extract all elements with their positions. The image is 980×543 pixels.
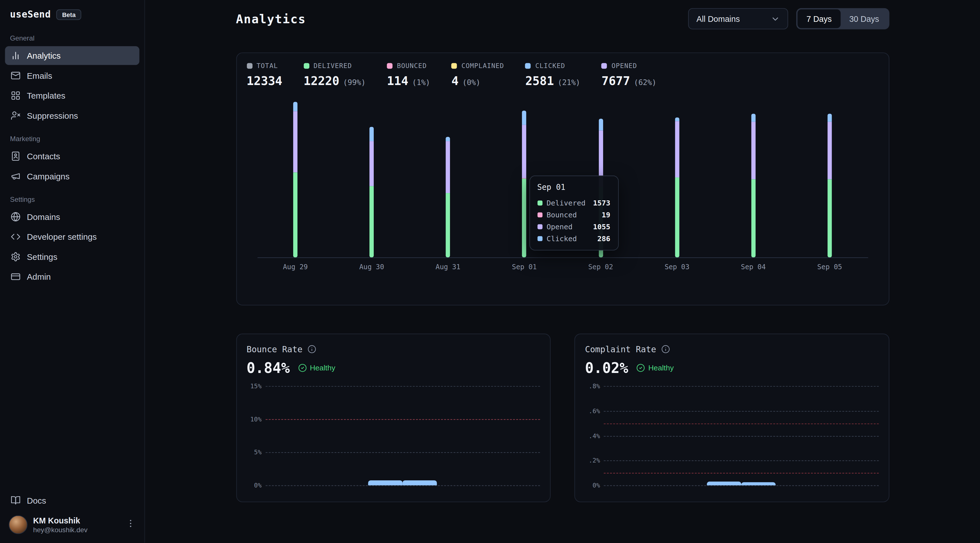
sidebar-item-analytics[interactable]: Analytics [5, 46, 140, 65]
sidebar-item-suppressions[interactable]: Suppressions [5, 106, 140, 125]
info-icon[interactable] [661, 345, 670, 354]
check-circle-icon [298, 364, 307, 372]
segment-opened [522, 125, 526, 178]
complaint-chart: .8%.6%.4%.2%0% [585, 386, 878, 491]
tooltip-value: 286 [597, 234, 610, 243]
chart-column-aug-29[interactable] [257, 98, 334, 257]
x-axis-label: Aug 30 [334, 258, 410, 271]
header-controls: All Domains 7 Days 30 Days [688, 8, 889, 30]
tooltip-row: Delivered1573 [537, 197, 610, 209]
sidebar-item-label: Emails [27, 71, 52, 80]
chart-column-sep-05[interactable] [791, 98, 868, 257]
user-email: hey@koushik.dev [33, 526, 88, 533]
y-tick-label: .6% [585, 408, 600, 414]
x-axis-label: Sep 04 [715, 258, 791, 271]
segment-opened [293, 111, 298, 173]
sidebar-item-docs[interactable]: Docs [5, 491, 140, 510]
gear-icon [11, 252, 21, 262]
section-label-marketing: Marketing [5, 125, 140, 146]
contact-book-icon [11, 151, 21, 161]
tooltip-label: Clicked [546, 234, 577, 243]
chart-tooltip: Sep 01 Delivered1573Bounced19Opened1055C… [529, 175, 619, 250]
id-card-icon [11, 272, 21, 282]
mail-icon [11, 71, 21, 81]
info-icon[interactable] [307, 345, 316, 354]
range-7-days-button[interactable]: 7 Days [798, 10, 840, 28]
sidebar-item-campaigns[interactable]: Campaigns [5, 167, 140, 185]
range-30-days-button[interactable]: 30 Days [840, 10, 888, 28]
check-circle-icon [636, 364, 645, 372]
segment-opened [675, 121, 679, 177]
rate-bar-sep-01[interactable] [368, 480, 402, 486]
domain-filter-value: All Domains [697, 14, 740, 24]
layout-grid-icon [11, 90, 21, 101]
bar-chart-icon [11, 51, 21, 60]
bounce-status-badge: Healthy [298, 364, 336, 372]
tooltip-row: Opened1055 [537, 221, 610, 232]
tooltip-label: Opened [546, 222, 573, 231]
chevron-down-icon [771, 14, 780, 24]
stacked-bar [827, 113, 832, 257]
stats-row: TOTAL12334DELIVERED12220(99%)BOUNCED114(… [247, 62, 878, 87]
chart-column-aug-30[interactable] [334, 98, 410, 257]
sidebar-item-contacts[interactable]: Contacts [5, 147, 140, 165]
complaint-rate-value: 0.02% [585, 360, 628, 376]
segment-clicked [369, 127, 374, 141]
book-open-icon [11, 495, 21, 505]
x-axis-label: Aug 29 [257, 258, 334, 271]
legend-swatch [525, 63, 531, 68]
stat-opened: OPENED7677(62%) [601, 62, 657, 87]
sidebar-item-developer-settings[interactable]: Developer settings [5, 227, 140, 246]
rate-slot [402, 480, 437, 485]
sidebar-item-domains[interactable]: Domains [5, 208, 140, 226]
segment-clicked [446, 137, 450, 141]
complaint-rate-title: Complaint Rate [585, 344, 656, 354]
sidebar-item-emails[interactable]: Emails [5, 66, 140, 85]
stat-clicked: CLICKED2581(21%) [525, 62, 581, 87]
rate-bar-sep-02[interactable] [402, 480, 437, 485]
email-volume-card: TOTAL12334DELIVERED12220(99%)BOUNCED114(… [236, 52, 889, 305]
beta-badge: Beta [56, 9, 81, 19]
tooltip-label: Bounced [546, 210, 577, 219]
y-tick-label: .4% [585, 432, 600, 439]
sidebar-item-label: Contacts [27, 151, 60, 161]
user-name: KM Koushik [33, 516, 88, 526]
y-tick-label: 0% [585, 482, 600, 489]
y-tick-label: 0% [247, 482, 262, 489]
tooltip-rows: Delivered1573Bounced19Opened1055Clicked2… [537, 197, 610, 244]
rate-bar-sep-02[interactable] [741, 483, 776, 486]
stacked-bar [675, 117, 679, 257]
segment-delivered [369, 186, 374, 257]
rate-slot [706, 481, 741, 485]
stacked-bar [522, 111, 526, 257]
bounce-rate-title: Bounce Rate [247, 344, 302, 354]
tooltip-row: Clicked286 [537, 232, 610, 244]
sidebar-item-settings[interactable]: Settings [5, 248, 140, 266]
sidebar-spacer [5, 287, 140, 491]
chart-column-aug-31[interactable] [410, 98, 486, 257]
user-menu[interactable]: KM Koushik hey@koushik.dev [5, 510, 140, 537]
y-tick-label: 5% [247, 449, 262, 456]
complaint-rate-card: Complaint Rate 0.02% Healthy .8%.6%.4%.2… [574, 333, 889, 502]
logo-row: useSend Beta [5, 7, 140, 25]
rate-bars [604, 386, 878, 485]
user-x-icon [11, 111, 21, 121]
sidebar-item-admin[interactable]: Admin [5, 267, 140, 286]
segment-delivered [522, 179, 526, 257]
rate-bar-sep-01[interactable] [706, 481, 741, 485]
segment-delivered [293, 173, 298, 257]
chart-column-sep-03[interactable] [639, 98, 715, 257]
complaint-status-badge: Healthy [636, 364, 674, 372]
chart-column-sep-04[interactable] [715, 98, 791, 257]
stacked-bar [751, 113, 756, 257]
segment-delivered [827, 179, 832, 257]
section-label-settings: Settings [5, 186, 140, 207]
stacked-bar [446, 137, 450, 257]
sidebar-item-templates[interactable]: Templates [5, 86, 140, 105]
kebab-menu-icon[interactable] [126, 518, 135, 531]
sidebar-item-label: Developer settings [27, 232, 97, 241]
rate-cards-row: Bounce Rate 0.84% Healthy 15%10%5%0% [236, 333, 889, 502]
main-area: Analytics All Domains 7 Days 30 Days TOT… [145, 0, 980, 543]
domain-filter-select[interactable]: All Domains [688, 8, 788, 30]
sidebar: useSend Beta General Analytics Emails Te… [0, 0, 145, 543]
